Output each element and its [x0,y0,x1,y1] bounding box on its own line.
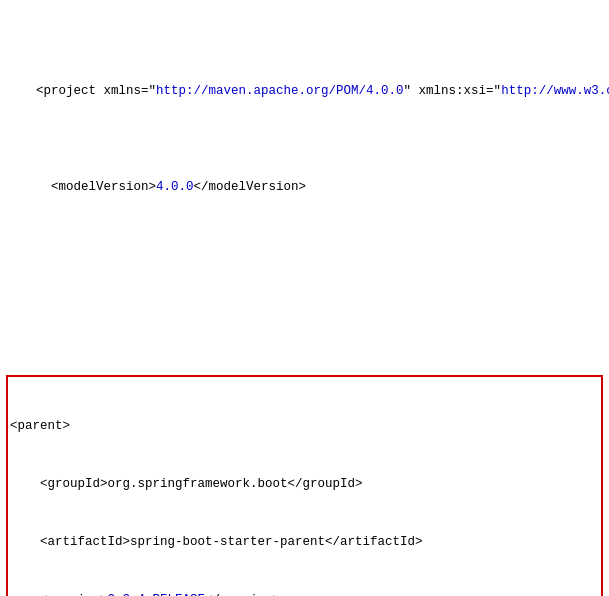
model-version-value: 4.0.0 [156,180,194,194]
parent-version: <version>2.2.4.RELEASE</version> [10,591,599,596]
xsi-url: http://www.w3.org/2001/X [501,84,609,98]
xmlns-mid: " xmlns:xsi=" [404,84,502,98]
parent-groupid: <groupId>org.springframework.boot</group… [10,475,599,494]
blank-line-1 [6,275,603,294]
model-version-close: </modelVersion> [194,180,307,194]
xmlns-url: http://maven.apache.org/POM/4.0.0 [156,84,404,98]
parent-open: <parent> [10,417,599,436]
parent-block: <parent> <groupId>org.springframework.bo… [6,375,603,596]
code-container: <project xmlns="http://maven.apache.org/… [6,4,603,596]
project-tag-open: <project xmlns=" [36,84,156,98]
header-line1: <project xmlns="http://maven.apache.org/… [6,62,603,120]
header-line2: <modelVersion>4.0.0</modelVersion> [6,159,603,217]
parent-artifactid: <artifactId>spring-boot-starter-parent</… [10,533,599,552]
model-version: <modelVersion> [36,180,156,194]
